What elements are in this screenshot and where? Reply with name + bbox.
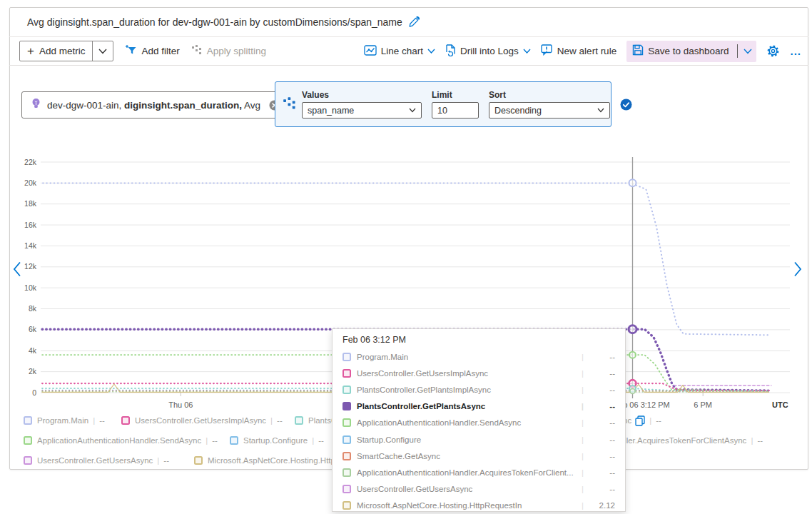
legend-item[interactable]: UsersController.GetUsersImplAsync|-- bbox=[121, 415, 283, 426]
new-alert-rule-button[interactable]: New alert rule bbox=[541, 44, 616, 58]
x-axis-tick-label: 6 PM bbox=[694, 400, 712, 409]
save-to-dashboard-button[interactable]: Save to dashboard bbox=[632, 44, 729, 58]
sort-select[interactable]: Descending bbox=[489, 102, 610, 119]
tooltip-series-value: -- bbox=[591, 353, 615, 361]
tooltip-color-swatch bbox=[342, 501, 351, 510]
legend-series-value: -- bbox=[656, 416, 661, 425]
save-dropdown-chevron-icon[interactable] bbox=[744, 49, 752, 54]
legend-color-swatch bbox=[230, 436, 238, 445]
add-metric-dropdown[interactable] bbox=[92, 41, 113, 61]
tooltip-color-swatch bbox=[342, 386, 351, 394]
divider: | bbox=[582, 501, 584, 510]
chart-title-bar: Avg diginsight.span_duration for dev-dgw… bbox=[9, 7, 808, 37]
add-filter-button[interactable]: Add filter bbox=[125, 44, 179, 58]
tooltip-series-value: -- bbox=[591, 485, 615, 493]
chart-type-button[interactable]: Line chart bbox=[364, 45, 435, 58]
series-line bbox=[43, 183, 769, 335]
alert-icon bbox=[541, 44, 553, 58]
tooltip-series-name: Microsoft.AspNetCore.Hosting.HttpRequest… bbox=[357, 501, 577, 510]
series-marker bbox=[630, 388, 635, 393]
legend-color-swatch bbox=[24, 416, 32, 425]
tooltip-color-swatch bbox=[342, 452, 351, 460]
divider: | bbox=[582, 386, 584, 394]
legend-item[interactable]: UsersController.GetUsersAsync|-- bbox=[24, 455, 169, 466]
pan-left-chevron-icon[interactable] bbox=[13, 261, 21, 280]
divider: | bbox=[582, 435, 584, 444]
chart-type-label: Line chart bbox=[381, 46, 423, 56]
values-selected: span_name bbox=[308, 106, 354, 116]
tooltip-series-value: -- bbox=[591, 468, 615, 477]
legend-color-swatch bbox=[121, 416, 130, 425]
drill-into-logs-button[interactable]: Drill into Logs bbox=[445, 44, 531, 59]
limit-input[interactable] bbox=[432, 102, 479, 119]
tooltip-series-value: -- bbox=[591, 435, 615, 444]
legend-series-name: ApplicationAuthenticationHandler.SendAsy… bbox=[37, 436, 201, 445]
splitting-panel: Values span_name Limit Sort Descending bbox=[275, 81, 611, 127]
y-axis-tick-label: 22k bbox=[24, 158, 37, 166]
tooltip-timestamp: Feb 06 3:12 PM bbox=[333, 335, 625, 348]
tooltip-series-name: PlantsController.GetPlantsImplAsync bbox=[357, 386, 577, 394]
sort-label: Sort bbox=[489, 90, 610, 100]
tooltip-series-value: -- bbox=[591, 386, 615, 394]
tooltip-series-name: Program.Main bbox=[357, 353, 577, 361]
legend-series-name: Program.Main bbox=[37, 416, 88, 425]
app-insights-lightbulb-icon bbox=[31, 98, 41, 112]
apply-splitting-button[interactable]: Apply splitting bbox=[191, 44, 266, 58]
tooltip-color-swatch bbox=[342, 435, 351, 444]
tooltip-series-value: -- bbox=[591, 452, 615, 460]
metric-pill[interactable]: dev-dgw-001-ain, diginsight.span_duratio… bbox=[21, 91, 289, 119]
legend-series-value: -- bbox=[212, 436, 218, 445]
legend-item[interactable]: Startup.Configure|-- bbox=[230, 435, 324, 446]
legend-item[interactable]: Program.Main|-- bbox=[24, 415, 105, 426]
copy-series-name-icon[interactable] bbox=[635, 415, 645, 426]
drill-logs-label: Drill into Logs bbox=[460, 46, 519, 56]
splitting-confirmed-check-icon[interactable] bbox=[620, 99, 632, 111]
chevron-down-icon bbox=[409, 108, 416, 113]
legend-series-value: -- bbox=[757, 436, 763, 445]
tooltip-color-swatch bbox=[342, 418, 351, 427]
line-chart-icon bbox=[364, 45, 377, 58]
legend-series-value: -- bbox=[318, 436, 324, 445]
save-icon bbox=[632, 44, 644, 58]
divider: | bbox=[582, 452, 584, 460]
tooltip-series-name: SmartCache.GetAsync bbox=[357, 452, 577, 460]
legend-series-value: -- bbox=[99, 416, 105, 425]
y-axis-tick-label: 16k bbox=[24, 221, 37, 229]
y-axis-tick-label: 0 bbox=[32, 388, 36, 397]
tooltip-series-value: 2.12 bbox=[591, 501, 615, 510]
more-options-button[interactable]: ... bbox=[790, 45, 801, 57]
tooltip-series-value: -- bbox=[591, 369, 615, 378]
y-axis-tick-label: 12k bbox=[24, 262, 37, 271]
tooltip-color-swatch bbox=[342, 402, 351, 410]
chevron-down-icon bbox=[427, 49, 435, 54]
tooltip-series-row: ApplicationAuthenticationHandler.SendAsy… bbox=[333, 415, 625, 431]
divider: | bbox=[582, 402, 584, 410]
series-marker bbox=[629, 326, 636, 333]
tooltip-color-swatch bbox=[342, 468, 351, 477]
divider: | bbox=[205, 436, 208, 445]
drill-logs-icon bbox=[445, 44, 456, 59]
save-to-dashboard-label: Save to dashboard bbox=[648, 46, 729, 56]
values-select[interactable]: span_name bbox=[302, 102, 422, 119]
legend-item[interactable]: ApplicationAuthenticationHandler.SendAsy… bbox=[24, 435, 218, 446]
edit-title-icon[interactable] bbox=[408, 16, 420, 28]
chart-toolbar: + Add metric Add filter Apply splitting bbox=[9, 37, 808, 66]
y-axis-tick-label: 8k bbox=[29, 304, 37, 313]
tooltip-series-row: PlantsController.GetPlantsAsync|-- bbox=[333, 398, 625, 415]
pan-right-chevron-icon[interactable] bbox=[793, 261, 802, 280]
y-axis-tick-label: 10k bbox=[24, 283, 37, 292]
apply-splitting-label: Apply splitting bbox=[207, 46, 266, 56]
sort-selected: Descending bbox=[494, 106, 542, 116]
tooltip-series-name: Startup.Configure bbox=[357, 435, 577, 444]
add-metric-button[interactable]: + Add metric bbox=[20, 41, 92, 61]
tooltip-series-row: Microsoft.AspNetCore.Hosting.HttpRequest… bbox=[333, 498, 625, 514]
chart-title: Avg diginsight.span_duration for dev-dgw… bbox=[27, 16, 402, 28]
splitting-icon bbox=[283, 96, 296, 113]
settings-gear-icon[interactable] bbox=[766, 44, 780, 58]
y-axis-tick-label: 4k bbox=[29, 346, 37, 355]
divider: | bbox=[751, 436, 753, 445]
tooltip-series-row: PlantsController.GetPlantsImplAsync|-- bbox=[333, 381, 625, 398]
tooltip-series-name: ApplicationAuthenticationHandler.Acquire… bbox=[357, 468, 577, 477]
legend-color-swatch bbox=[24, 456, 32, 465]
series-marker bbox=[629, 352, 636, 358]
